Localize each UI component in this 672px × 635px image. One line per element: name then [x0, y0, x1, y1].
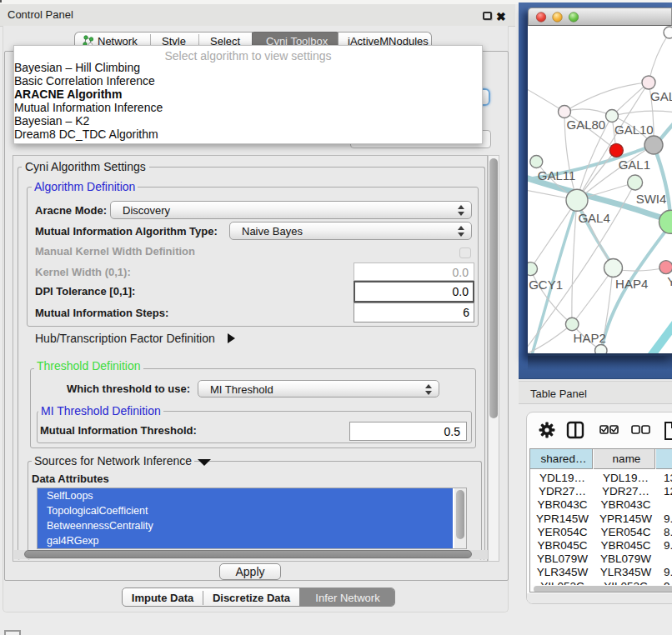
svg-text:GAL1: GAL1 [619, 158, 650, 172]
svg-text:GAL11: GAL11 [538, 168, 576, 182]
svg-text:HAP2: HAP2 [574, 331, 606, 345]
svg-text:GAL4: GAL4 [578, 211, 609, 225]
svg-text:SWI4: SWI4 [636, 192, 667, 206]
svg-text:GAL80: GAL80 [567, 118, 606, 132]
svg-text:GCY1: GCY1 [529, 278, 563, 292]
svg-text:GAL2: GAL2 [650, 89, 672, 103]
svg-text:HAP4: HAP4 [615, 277, 648, 291]
svg-text:YM: YM [667, 274, 672, 288]
svg-text:GAL10: GAL10 [614, 122, 654, 137]
